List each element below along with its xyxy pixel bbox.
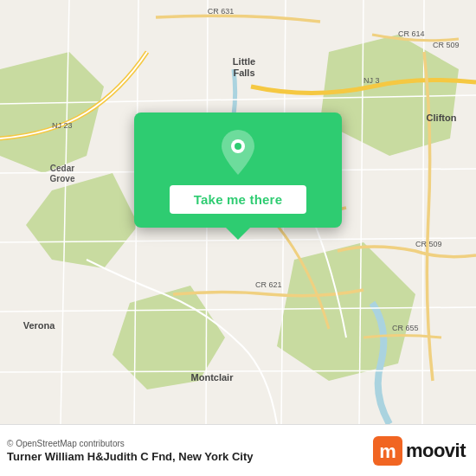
svg-text:CR 621: CR 621	[255, 280, 282, 289]
svg-text:NJ 3: NJ 3	[363, 76, 380, 85]
location-pin-icon	[214, 128, 262, 177]
svg-text:NJ 23: NJ 23	[52, 121, 73, 130]
osm-attribution: © OpenStreetMap contributors	[7, 439, 253, 448]
svg-text:Clifton: Clifton	[427, 113, 457, 123]
svg-text:Falls: Falls	[233, 68, 254, 78]
svg-text:Verona: Verona	[23, 320, 56, 331]
svg-text:CR 509: CR 509	[433, 41, 460, 49]
take-me-there-button[interactable]: Take me there	[170, 185, 306, 214]
svg-text:CR 655: CR 655	[392, 324, 419, 332]
svg-point-34	[235, 143, 241, 150]
svg-text:Little: Little	[233, 56, 255, 67]
moovit-logo: m moovit	[373, 436, 466, 466]
svg-text:Cedar: Cedar	[50, 164, 74, 173]
moovit-wordmark: moovit	[406, 440, 466, 462]
bottom-bar: © OpenStreetMap contributors Turner Will…	[0, 424, 476, 476]
svg-text:m: m	[379, 441, 396, 462]
svg-text:CR 509: CR 509	[415, 240, 442, 248]
popup-card: Take me there	[134, 113, 342, 228]
place-name-label: Turner William H&Judith C Fnd, New York …	[7, 450, 253, 463]
svg-text:CR 614: CR 614	[398, 29, 425, 38]
svg-text:Grove: Grove	[50, 174, 75, 183]
svg-text:Montclair: Montclair	[191, 372, 235, 383]
svg-text:CR 631: CR 631	[208, 7, 235, 16]
bottom-left-info: © OpenStreetMap contributors Turner Will…	[7, 439, 253, 463]
